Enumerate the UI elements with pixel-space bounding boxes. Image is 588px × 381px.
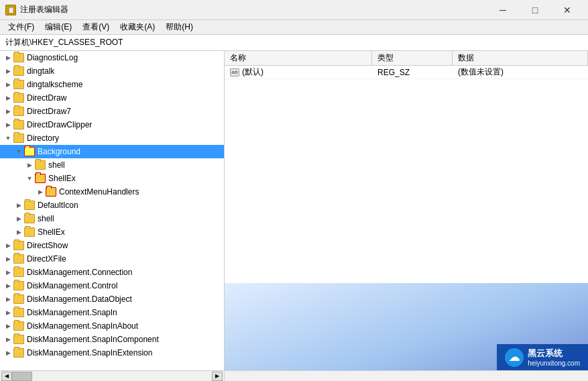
tree-item-DirectDraw[interactable]: ▶DirectDraw [0,91,224,105]
col-header-name[interactable]: 名称 [225,51,372,65]
menu-edit[interactable]: 编辑(E) [40,20,77,34]
folder-icon-dir_ShellEx [24,227,35,237]
tree-item-DirectDraw7[interactable]: ▶DirectDraw7 [0,105,224,118]
tree-item-DiagnosticLog[interactable]: ▶DiagnosticLog [0,51,224,64]
tree-item-DiskManagement.Control[interactable]: ▶DiskManagement.Control [0,279,224,292]
tree-item-DefaultIcon[interactable]: ▶DefaultIcon [0,199,224,212]
maximize-button[interactable]: □ [520,0,550,20]
expand-arrow-dingtalkscheme[interactable]: ▶ [3,78,13,91]
expand-arrow-Directory[interactable]: ▼ [3,131,13,145]
expand-arrow-DiskManagement.Control[interactable]: ▶ [3,279,13,292]
tree-item-dingtalkscheme[interactable]: ▶dingtalkscheme [0,78,224,91]
menu-file[interactable]: 文件(F) [3,20,40,34]
expand-arrow-DirectDraw[interactable]: ▶ [3,91,13,105]
menu-favorites[interactable]: 收藏夹(A) [115,20,160,34]
tree-item-DiskManagement.SnapInComponent[interactable]: ▶DiskManagement.SnapInComponent [0,333,224,346]
tree-label-DirectShow: DirectShow [27,241,68,250]
main-content: ▶DiagnosticLog▶dingtalk▶dingtalkscheme▶D… [0,51,588,381]
expand-arrow-DirectShow[interactable]: ▶ [3,239,13,252]
close-button[interactable]: ✕ [552,0,583,20]
folder-icon-DiskManagement.SnapInExtension [13,348,24,358]
expand-arrow-DiskManagement.SnapInComponent[interactable]: ▶ [3,333,13,346]
expand-arrow-ContextMenuHandlers[interactable]: ▶ [35,185,46,199]
scroll-left-btn[interactable]: ◀ [1,372,12,381]
minimize-button[interactable]: ─ [487,0,518,20]
tree-item-DirectShow[interactable]: ▶DirectShow [0,239,224,252]
folder-icon-DirectDraw [13,93,24,103]
folder-icon-DiskManagement.SnapInAbout [13,321,24,331]
reg-icon-0: ab [230,68,239,76]
tree-item-dingtalk[interactable]: ▶dingtalk [0,64,224,78]
folder-icon-DiskManagement.SnapInComponent [13,335,24,344]
cell-type-0: REG_SZ [372,68,453,77]
table-header: 名称 类型 数据 [225,51,588,66]
cell-data-0: (数值未设置) [453,66,588,78]
tree-label-DiskManagement.SnapIn: DiskManagement.SnapIn [27,308,117,317]
tree-item-dir_ShellEx[interactable]: ▶ShellEx [0,225,224,239]
expand-arrow-DiskManagement.SnapInAbout[interactable]: ▶ [3,319,13,333]
expand-arrow-DirectXFile[interactable]: ▶ [3,252,13,266]
tree-label-shell: shell [48,160,65,170]
cell-name-text-0: (默认) [242,66,263,78]
tree-item-DiskManagement.SnapInExtension[interactable]: ▶DiskManagement.SnapInExtension [0,346,224,360]
tree-item-DirectDrawClipper[interactable]: ▶DirectDrawClipper [0,118,224,131]
scroll-thumb[interactable] [12,372,32,381]
tree-label-dingtalkscheme: dingtalkscheme [27,80,82,89]
tree-scroll[interactable]: ▶DiagnosticLog▶dingtalk▶dingtalkscheme▶D… [0,51,224,370]
cell-name-0: ab(默认) [225,66,372,78]
expand-arrow-DirectDraw7[interactable]: ▶ [3,105,13,118]
expand-arrow-DiskManagement.SnapInExtension[interactable]: ▶ [3,346,13,360]
tree-item-DirectXFile[interactable]: ▶DirectXFile [0,252,224,266]
tree-panel: ▶DiagnosticLog▶dingtalk▶dingtalkscheme▶D… [0,51,225,381]
folder-icon-DefaultIcon [24,201,35,210]
expand-arrow-DirectDrawClipper[interactable]: ▶ [3,118,13,131]
scroll-right-btn[interactable]: ▶ [212,372,223,381]
title-text: 注册表编辑器 [20,4,68,15]
expand-arrow-DiskManagement.DataObject[interactable]: ▶ [3,292,13,306]
scroll-track [12,372,212,381]
expand-arrow-shell[interactable]: ▶ [24,158,35,172]
tree-item-DiskManagement.SnapIn[interactable]: ▶DiskManagement.SnapIn [0,306,224,319]
folder-icon-DiskManagement.Connection [13,268,24,277]
tree-label-dir_shell: shell [38,214,54,223]
folder-icon-ContextMenuHandlers [46,187,56,197]
tree-label-dingtalk: dingtalk [27,66,54,76]
tree-item-ShellEx[interactable]: ▼ShellEx [0,172,224,185]
tree-label-DiskManagement.SnapInComponent: DiskManagement.SnapInComponent [27,335,159,344]
folder-icon-DirectDraw7 [13,107,24,116]
expand-arrow-Background[interactable]: ▼ [13,145,24,158]
title-bar: 📋 注册表编辑器 ─ □ ✕ [0,0,588,20]
tree-item-DiskManagement.SnapInAbout[interactable]: ▶DiskManagement.SnapInAbout [0,319,224,333]
tree-item-DiskManagement.Connection[interactable]: ▶DiskManagement.Connection [0,266,224,279]
expand-arrow-dir_shell[interactable]: ▶ [13,212,24,225]
tree-item-ContextMenuHandlers[interactable]: ▶ContextMenuHandlers [0,185,224,199]
expand-arrow-DiskManagement.Connection[interactable]: ▶ [3,266,13,279]
tree-label-DiskManagement.DataObject: DiskManagement.DataObject [27,294,132,304]
expand-arrow-ShellEx[interactable]: ▼ [24,172,35,185]
tree-label-DirectXFile: DirectXFile [27,254,66,264]
folder-icon-DiskManagement.DataObject [13,294,24,304]
tree-label-DefaultIcon: DefaultIcon [38,201,78,210]
expand-arrow-DiskManagement.SnapIn[interactable]: ▶ [3,306,13,319]
folder-icon-DiagnosticLog [13,53,24,62]
tree-item-Directory[interactable]: ▼Directory [0,131,224,145]
title-bar-left: 📋 注册表编辑器 [5,4,68,15]
menu-help[interactable]: 帮助(H) [160,20,198,34]
expand-arrow-dir_ShellEx[interactable]: ▶ [13,225,24,239]
tree-label-DirectDrawClipper: DirectDrawClipper [27,120,92,129]
right-h-scrollbar[interactable] [225,370,588,381]
tree-label-DiskManagement.Control: DiskManagement.Control [27,281,117,290]
tree-h-scrollbar[interactable]: ◀ ▶ [0,370,224,381]
menu-view[interactable]: 查看(V) [77,20,115,34]
table-row-0[interactable]: ab(默认)REG_SZ(数值未设置) [225,66,588,79]
col-header-data[interactable]: 数据 [453,51,588,65]
expand-arrow-DefaultIcon[interactable]: ▶ [13,199,24,212]
expand-arrow-DiagnosticLog[interactable]: ▶ [3,51,13,64]
address-bar: 计算机\HKEY_CLASSES_ROOT [0,35,588,51]
expand-arrow-dingtalk[interactable]: ▶ [3,64,13,78]
tree-item-Background[interactable]: ▼Background [0,145,224,158]
col-header-type[interactable]: 类型 [372,51,453,65]
tree-item-dir_shell[interactable]: ▶shell [0,212,224,225]
tree-item-shell[interactable]: ▶shell [0,158,224,172]
tree-item-DiskManagement.DataObject[interactable]: ▶DiskManagement.DataObject [0,292,224,306]
